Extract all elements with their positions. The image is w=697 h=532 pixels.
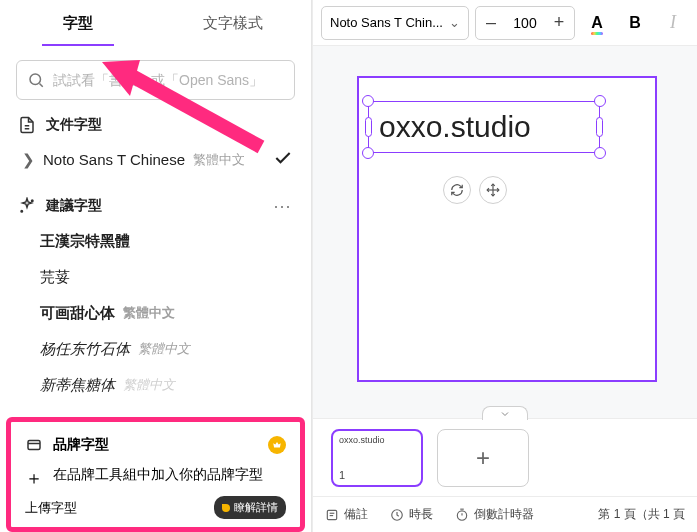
canvas-stage[interactable]: oxxo.studio <box>313 46 697 418</box>
learn-more-pill[interactable]: 瞭解詳情 <box>214 496 286 519</box>
add-brand-font-label: 在品牌工具組中加入你的品牌字型 <box>53 466 263 484</box>
font-size-group: – 100 + <box>475 6 575 40</box>
page-thumbnail[interactable]: oxxo.studio 1 <box>331 429 423 487</box>
font-search[interactable] <box>16 60 295 100</box>
doc-font-sub: 繁體中文 <box>193 151 245 169</box>
text-toolbar: Noto Sans T Chin... ⌄ – 100 + A B I <box>313 0 697 46</box>
doc-fonts-header: 文件字型 <box>0 110 311 140</box>
svg-line-1 <box>39 83 42 86</box>
chevron-right-icon: ❯ <box>22 151 35 169</box>
brand-kit-icon <box>25 436 43 454</box>
plus-icon: ＋ <box>25 466 43 484</box>
doc-font-item[interactable]: ❯ Noto Sans T Chinese 繁體中文 <box>0 140 311 179</box>
font-size-decrease[interactable]: – <box>476 7 506 39</box>
svg-point-4 <box>32 200 34 202</box>
sync-button[interactable] <box>443 176 471 204</box>
thumb-text: oxxo.studio <box>339 435 385 445</box>
move-button[interactable] <box>479 176 507 204</box>
font-item[interactable]: 芫荽 <box>0 259 311 295</box>
svg-point-5 <box>21 211 23 213</box>
add-page-button[interactable]: + <box>437 429 529 487</box>
font-size-value[interactable]: 100 <box>506 15 544 31</box>
more-icon[interactable]: ⋯ <box>273 195 293 217</box>
floating-controls <box>443 176 507 204</box>
check-icon <box>273 148 293 171</box>
font-item[interactable]: 新蒂焦糖体 繁體中文 <box>0 367 311 403</box>
svg-point-0 <box>30 74 41 85</box>
suggested-fonts-header: 建議字型 ⋯ <box>0 189 311 223</box>
font-search-input[interactable] <box>53 72 284 88</box>
collapse-pages-button[interactable] <box>482 406 528 420</box>
italic-button[interactable]: I <box>657 7 689 39</box>
duration-button[interactable]: 時長 <box>390 506 433 523</box>
resize-handle[interactable] <box>596 117 603 137</box>
sidebar-tabs: 字型 文字樣式 <box>0 0 311 46</box>
resize-handle[interactable] <box>362 95 374 107</box>
tab-font[interactable]: 字型 <box>0 0 156 46</box>
page-indicator: 第 1 頁（共 1 頁 <box>598 506 685 523</box>
resize-handle[interactable] <box>594 95 606 107</box>
selected-text-box[interactable]: oxxo.studio <box>368 101 600 153</box>
chevron-down-icon: ⌄ <box>449 15 460 30</box>
font-sidebar: 字型 文字樣式 文件字型 ❯ Noto Sans T Chinese 繁體中文 … <box>0 0 312 532</box>
bold-button[interactable]: B <box>619 7 651 39</box>
suggested-font-list: 王漢宗特黑體 芫荽 可画甜心体 繁體中文 杨任东竹石体 繁體中文 新蒂焦糖体 繁… <box>0 223 311 403</box>
timer-button[interactable]: 倒數計時器 <box>455 506 534 523</box>
doc-fonts-label: 文件字型 <box>46 116 102 134</box>
thumb-page-number: 1 <box>339 469 345 481</box>
resize-handle[interactable] <box>365 117 372 137</box>
brand-fonts-row[interactable]: 品牌字型 <box>21 430 290 460</box>
upload-font-link[interactable]: 上傳字型 <box>25 499 77 517</box>
font-family-value: Noto Sans T Chin... <box>330 15 443 30</box>
canvas-area: Noto Sans T Chin... ⌄ – 100 + A B I oxxo… <box>312 0 697 532</box>
notes-button[interactable]: 備註 <box>325 506 368 523</box>
font-item[interactable]: 王漢宗特黑體 <box>0 223 311 259</box>
brand-fonts-promo: 品牌字型 ＋ 在品牌工具組中加入你的品牌字型 上傳字型 瞭解詳情 <box>6 417 305 532</box>
document-icon <box>18 116 36 134</box>
font-item[interactable]: 可画甜心体 繁體中文 <box>0 295 311 331</box>
add-brand-font-row[interactable]: ＋ 在品牌工具組中加入你的品牌字型 <box>21 460 290 490</box>
sparkle-icon <box>18 197 36 215</box>
text-content: oxxo.studio <box>379 110 531 144</box>
font-family-dropdown[interactable]: Noto Sans T Chin... ⌄ <box>321 6 469 40</box>
resize-handle[interactable] <box>362 147 374 159</box>
suggested-fonts-label: 建議字型 <box>46 197 102 215</box>
canvas-footer: 備註 時長 倒數計時器 第 1 頁（共 1 頁 <box>313 496 697 532</box>
svg-rect-6 <box>28 441 40 450</box>
resize-handle[interactable] <box>594 147 606 159</box>
tab-text-style[interactable]: 文字樣式 <box>156 0 312 46</box>
text-color-button[interactable]: A <box>581 7 613 39</box>
crown-icon <box>268 436 286 454</box>
font-size-increase[interactable]: + <box>544 7 574 39</box>
search-icon <box>27 71 45 89</box>
page-thumbnails: oxxo.studio 1 + <box>313 418 697 496</box>
font-item[interactable]: 杨任东竹石体 繁體中文 <box>0 331 311 367</box>
doc-font-name: Noto Sans T Chinese <box>43 151 185 168</box>
brand-fonts-label: 品牌字型 <box>53 436 109 454</box>
